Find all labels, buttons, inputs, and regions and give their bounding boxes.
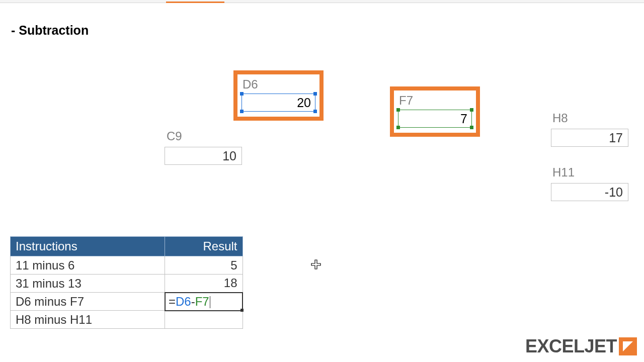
cell-d6-value: 20 <box>297 96 311 110</box>
cell-instruction[interactable]: 31 minus 13 <box>11 275 165 293</box>
selection-handle[interactable] <box>470 108 473 112</box>
cell-h11[interactable]: -10 <box>551 183 628 201</box>
col-header-result: Result <box>165 237 243 256</box>
table-row: H8 minus H11 <box>11 311 243 329</box>
logo-mark-icon <box>619 337 637 355</box>
cell-instruction[interactable]: 11 minus 6 <box>11 256 165 275</box>
app-top-bar <box>0 0 644 3</box>
text-cursor <box>210 296 210 308</box>
table-header-row: Instructions Result <box>11 237 243 256</box>
logo-text-1: EXCEL <box>525 336 585 357</box>
formula-text: =D6-F7 <box>169 295 210 308</box>
table-row: D6 minus F7 =D6-F7 <box>11 293 243 311</box>
cell-d6[interactable]: 20 <box>242 94 315 112</box>
instructions-table: Instructions Result 11 minus 6 5 31 minu… <box>10 236 243 329</box>
selection-handle[interactable] <box>240 92 244 96</box>
selection-handle[interactable] <box>396 126 400 129</box>
table-row: 11 minus 6 5 <box>11 256 243 275</box>
selection-handle[interactable] <box>240 110 244 113</box>
selection-handle[interactable] <box>470 126 473 129</box>
cell-d6-label: D6 <box>243 77 315 92</box>
selection-handle[interactable] <box>313 92 317 96</box>
cell-result[interactable]: 5 <box>165 256 243 275</box>
selection-handle[interactable] <box>313 110 317 113</box>
cell-c9-label: C9 <box>167 129 182 143</box>
cell-c9[interactable]: 10 <box>165 147 242 165</box>
cell-h8[interactable]: 17 <box>551 129 628 147</box>
cell-result-editing[interactable]: =D6-F7 <box>165 293 243 311</box>
cell-result[interactable]: 18 <box>165 275 243 293</box>
active-tab-indicator <box>166 0 224 3</box>
cell-h11-value: -10 <box>605 185 623 199</box>
cell-h11-label: H11 <box>552 165 575 179</box>
cell-f7[interactable]: 7 <box>398 110 472 128</box>
cell-h8-value: 17 <box>609 131 623 145</box>
cell-h8-label: H8 <box>552 111 568 125</box>
cell-instruction[interactable]: D6 minus F7 <box>11 293 165 311</box>
cell-result[interactable] <box>165 311 243 329</box>
exceljet-logo: EXCELJET <box>525 336 637 357</box>
cell-d6-highlight: D6 20 <box>233 70 324 121</box>
cell-f7-label: F7 <box>399 94 472 108</box>
page-heading: - Subtraction <box>11 23 89 38</box>
cell-f7-highlight: F7 7 <box>390 86 480 137</box>
cell-c9-value: 10 <box>222 149 236 163</box>
col-header-instructions: Instructions <box>11 237 165 256</box>
selection-handle[interactable] <box>396 108 400 112</box>
cell-f7-value: 7 <box>460 112 467 126</box>
excel-cursor-icon <box>311 259 321 269</box>
table-row: 31 minus 13 18 <box>11 275 243 293</box>
cell-instruction[interactable]: H8 minus H11 <box>11 311 165 329</box>
logo-text-2: JET <box>584 336 617 357</box>
